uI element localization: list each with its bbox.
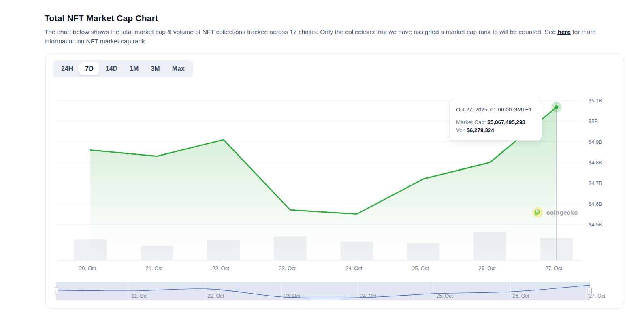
range-switcher: 24H 7D 14D 1M 3M Max [53,60,193,77]
y-axis-label: $5B [589,118,598,124]
y-axis-label: $5.1B [589,98,602,104]
x-axis-label: 26. Oct [479,265,496,271]
range-button-3m[interactable]: 3M [145,62,165,75]
x-axis-label: 24. Oct [345,265,363,271]
x-axis-label: 21. Oct [145,265,162,271]
chart-tooltip: Oct 27, 2025, 01:00:00 GMT+1 Market Cap:… [449,100,542,141]
tooltip-market-cap-value: $5,067,495,293 [487,119,525,125]
range-button-24h[interactable]: 24H [55,62,79,75]
x-axis-label: 22. Oct [212,265,229,271]
y-axis-label: $4.8B [589,160,602,166]
tooltip-market-cap-row: Market Cap: $5,067,495,293 [456,118,535,126]
y-axis-label: $4.9B [589,139,602,145]
x-axis-label: 27. Oct [545,265,562,271]
page-header: Total NFT Market Cap Chart The chart bel… [45,13,612,46]
y-axis-label: $4.6B [589,201,602,207]
x-axis-label: 23. Oct [279,265,296,271]
description-text: The chart below shows the total market c… [45,28,557,35]
page-title: Total NFT Market Cap Chart [45,13,612,23]
tooltip-vol-row: Vol: $6,279,324 [456,126,535,134]
chart-card: 24H 7D 14D 1M 3M Max $5.1B$5B$4.9B$4.8B$… [45,54,624,309]
tooltip-market-cap-label: Market Cap: [456,119,487,125]
navigator-label: 25. Oct [437,293,453,299]
x-axis-label: 25. Oct [412,265,429,271]
market-cap-chart[interactable]: $5.1B$5B$4.9B$4.8B$4.7B$4.6B$4.5B20. Oct… [46,54,625,309]
navigator-label: 24. Oct [360,293,377,299]
tooltip-date: Oct 27, 2025, 01:00:00 GMT+1 [456,107,535,113]
tooltip-vol-value: $6,279,324 [467,127,494,133]
range-button-7d[interactable]: 7D [79,62,99,75]
navigator-label: 26. Oct [513,293,529,299]
here-link[interactable]: here [557,28,571,35]
range-button-max[interactable]: Max [166,62,190,75]
coingecko-logo-icon [532,207,543,218]
y-axis-label: $4.5B [589,222,602,228]
coingecko-watermark: coingecko [532,207,578,218]
x-axis-label: 20. Oct [79,265,96,271]
range-button-14d[interactable]: 14D [100,62,123,75]
point-marker[interactable] [555,105,559,109]
watermark-text: coingecko [546,209,578,216]
y-axis-label: $4.7B [589,180,602,186]
tooltip-vol-label: Vol: [456,127,467,133]
navigator-label: 21. Oct [131,293,148,299]
page-description: The chart below shows the total market c… [45,27,608,46]
range-button-1m[interactable]: 1M [124,62,144,75]
navigator-label: 22. Oct [208,293,224,299]
